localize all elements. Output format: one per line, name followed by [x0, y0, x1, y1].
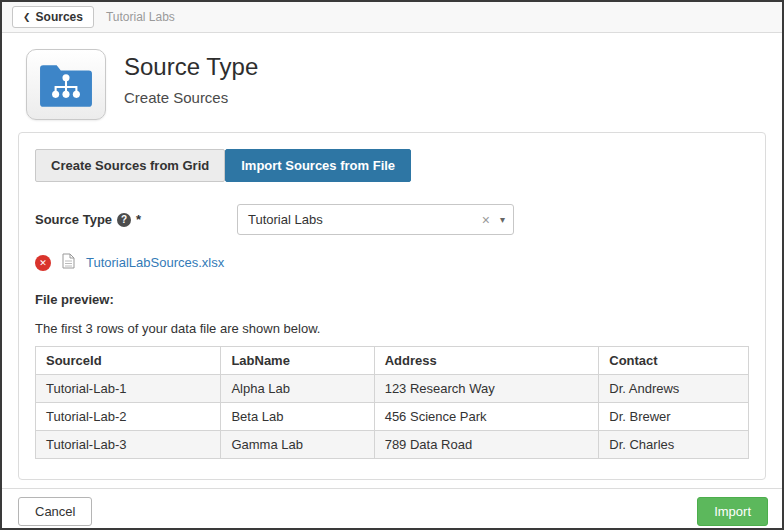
attached-file-row: ✕ TutorialLabSources.xlsx: [35, 253, 749, 272]
breadcrumb-current: Tutorial Labs: [106, 10, 175, 24]
help-icon[interactable]: ?: [117, 213, 131, 227]
tab-import-sources-from-file[interactable]: Import Sources from File: [225, 149, 411, 182]
file-preview-table: SourceId LabName Address Contact Tutoria…: [35, 346, 749, 459]
table-cell: Gamma Lab: [221, 431, 374, 459]
footer-action-bar: Cancel Import: [2, 488, 782, 530]
table-cell: Dr. Charles: [599, 431, 749, 459]
breadcrumb: ❮ Sources Tutorial Labs: [2, 2, 782, 33]
file-preview-label: File preview:: [35, 292, 749, 307]
source-type-field-row: Source Type ? * Tutorial Labs × ▾: [35, 204, 749, 235]
dropdown-caret-icon[interactable]: ▾: [500, 214, 505, 225]
combobox-selected-value: Tutorial Labs: [248, 212, 482, 227]
back-button-label: Sources: [36, 10, 83, 24]
file-icon: [62, 253, 75, 272]
table-cell: Dr. Andrews: [599, 375, 749, 403]
page-title: Source Type: [124, 53, 258, 81]
chevron-left-icon: ❮: [23, 13, 31, 22]
source-type-combobox[interactable]: Tutorial Labs × ▾: [237, 204, 514, 235]
table-cell: Tutorial-Lab-1: [36, 375, 221, 403]
table-row: Tutorial-Lab-3 Gamma Lab 789 Data Road D…: [36, 431, 749, 459]
tab-create-sources-from-grid[interactable]: Create Sources from Grid: [35, 149, 225, 182]
table-cell: 789 Data Road: [374, 431, 599, 459]
table-row: Tutorial-Lab-1 Alpha Lab 123 Research Wa…: [36, 375, 749, 403]
source-type-label-text: Source Type: [35, 212, 112, 227]
table-cell: Tutorial-Lab-3: [36, 431, 221, 459]
col-header-sourceid: SourceId: [36, 347, 221, 375]
table-cell: 123 Research Way: [374, 375, 599, 403]
col-header-contact: Contact: [599, 347, 749, 375]
required-asterisk: *: [136, 212, 141, 227]
table-cell: Dr. Brewer: [599, 403, 749, 431]
table-cell: Beta Lab: [221, 403, 374, 431]
col-header-labname: LabName: [221, 347, 374, 375]
table-row: Tutorial-Lab-2 Beta Lab 456 Science Park…: [36, 403, 749, 431]
remove-file-icon[interactable]: ✕: [35, 255, 51, 271]
source-type-label: Source Type ? *: [35, 212, 237, 227]
main-content: Create Sources from Grid Import Sources …: [2, 132, 782, 488]
app-window: ❮ Sources Tutorial Labs Source Type Crea…: [0, 0, 784, 530]
page-header: Source Type Create Sources: [2, 33, 782, 132]
page-titles: Source Type Create Sources: [124, 49, 258, 106]
back-button[interactable]: ❮ Sources: [12, 6, 94, 28]
table-cell: 456 Science Park: [374, 403, 599, 431]
clear-selection-icon[interactable]: ×: [482, 212, 490, 228]
page-subtitle: Create Sources: [124, 89, 258, 106]
tab-bar: Create Sources from Grid Import Sources …: [35, 149, 749, 182]
create-sources-panel: Create Sources from Grid Import Sources …: [18, 132, 766, 480]
table-cell: Tutorial-Lab-2: [36, 403, 221, 431]
import-button[interactable]: Import: [697, 497, 768, 526]
table-header-row: SourceId LabName Address Contact: [36, 347, 749, 375]
source-type-folder-icon: [26, 49, 106, 120]
cancel-button[interactable]: Cancel: [18, 497, 92, 526]
col-header-address: Address: [374, 347, 599, 375]
file-link[interactable]: TutorialLabSources.xlsx: [86, 255, 224, 270]
table-cell: Alpha Lab: [221, 375, 374, 403]
file-preview-note: The first 3 rows of your data file are s…: [35, 321, 749, 336]
